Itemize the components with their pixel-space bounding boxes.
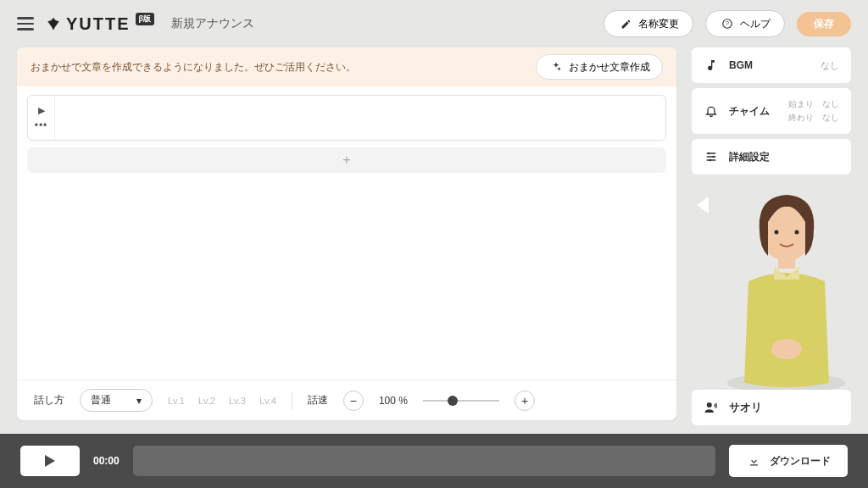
speed-value: 100 %	[379, 395, 408, 407]
sliders-icon	[704, 149, 719, 164]
menu-icon[interactable]	[17, 17, 34, 30]
style-select[interactable]: 普通 ▾	[80, 389, 153, 412]
svg-point-11	[707, 402, 712, 408]
bell-icon	[704, 103, 719, 119]
time-display: 00:00	[93, 455, 120, 467]
svg-point-4	[709, 159, 711, 162]
svg-point-10	[795, 230, 799, 235]
block-menu-icon[interactable]: •••	[35, 119, 48, 131]
logo-icon	[46, 16, 61, 31]
chime-setting[interactable]: チャイム 始まりなし 終わりなし	[692, 88, 851, 134]
plus-icon: +	[342, 152, 350, 168]
divider	[292, 392, 292, 409]
save-button[interactable]: 保存	[797, 12, 851, 36]
sparkle-icon	[548, 59, 564, 75]
level-option[interactable]: Lv.3	[229, 396, 246, 406]
play-button[interactable]	[20, 446, 80, 476]
app-header: YUTTE β版 新規アナウンス 名称変更 ? ヘルプ 保存	[0, 0, 868, 47]
avatar-illustration	[702, 171, 854, 391]
slider-knob[interactable]	[448, 396, 458, 406]
level-group: Lv.1 Lv.2 Lv.3 Lv.4	[168, 396, 276, 406]
svg-point-2	[708, 152, 710, 155]
page-title: 新規アナウンス	[171, 16, 254, 31]
speed-plus-button[interactable]: +	[515, 391, 535, 411]
pencil-icon	[618, 16, 633, 31]
level-option[interactable]: Lv.2	[198, 396, 215, 406]
settings-sidebar: BGM なし チャイム 始まりなし 終わりなし 詳細設定	[692, 47, 851, 420]
level-option[interactable]: Lv.1	[168, 396, 185, 406]
voice-icon	[704, 400, 719, 415]
play-block-icon[interactable]: ▶	[38, 105, 45, 116]
svg-point-3	[712, 156, 715, 158]
level-option[interactable]: Lv.4	[259, 396, 276, 406]
voice-select[interactable]: サオリ	[692, 390, 851, 425]
app-logo: YUTTE β版	[46, 14, 154, 34]
bgm-setting[interactable]: BGM なし	[692, 47, 851, 83]
add-block-button[interactable]: +	[27, 147, 666, 173]
svg-point-6	[771, 339, 802, 359]
help-icon: ?	[720, 16, 735, 31]
music-note-icon	[704, 58, 719, 73]
style-controls: 話し方 普通 ▾ Lv.1 Lv.2 Lv.3 Lv.4 話速 − 100 %	[17, 380, 676, 420]
svg-point-9	[775, 230, 779, 235]
text-input-area[interactable]	[55, 96, 665, 140]
speed-minus-button[interactable]: −	[343, 391, 364, 411]
auto-generate-button[interactable]: おまかせ文章作成	[536, 54, 663, 80]
play-icon	[45, 455, 55, 467]
speed-slider[interactable]	[423, 400, 499, 402]
player-bar: 00:00 ダウンロード	[0, 434, 868, 488]
chime-values: 始まりなし 終わりなし	[788, 98, 839, 124]
editor-card: おまかせで文章を作成できるようになりました。ぜひご活用ください。 おまかせ文章作…	[17, 47, 676, 420]
block-controls: ▶ •••	[28, 96, 55, 140]
logo-text: YUTTE	[66, 14, 131, 34]
info-banner: おまかせで文章を作成できるようになりました。ぜひご活用ください。 おまかせ文章作…	[17, 47, 676, 86]
download-button[interactable]: ダウンロード	[729, 445, 848, 477]
speed-label: 話速	[308, 393, 328, 408]
svg-text:?: ?	[726, 20, 729, 26]
progress-bar[interactable]	[133, 446, 715, 476]
speech-pointer	[697, 197, 709, 214]
text-block[interactable]: ▶ •••	[27, 95, 666, 141]
style-label: 話し方	[34, 393, 64, 408]
advanced-setting[interactable]: 詳細設定	[692, 139, 851, 175]
beta-badge: β版	[136, 13, 155, 25]
avatar-area	[702, 171, 854, 391]
download-icon	[746, 453, 761, 469]
help-button[interactable]: ? ヘルプ	[705, 10, 785, 37]
chevron-down-icon: ▾	[136, 395, 142, 407]
banner-text: おまかせで文章を作成できるようになりました。ぜひご活用ください。	[31, 60, 356, 75]
rename-button[interactable]: 名称変更	[604, 10, 693, 37]
